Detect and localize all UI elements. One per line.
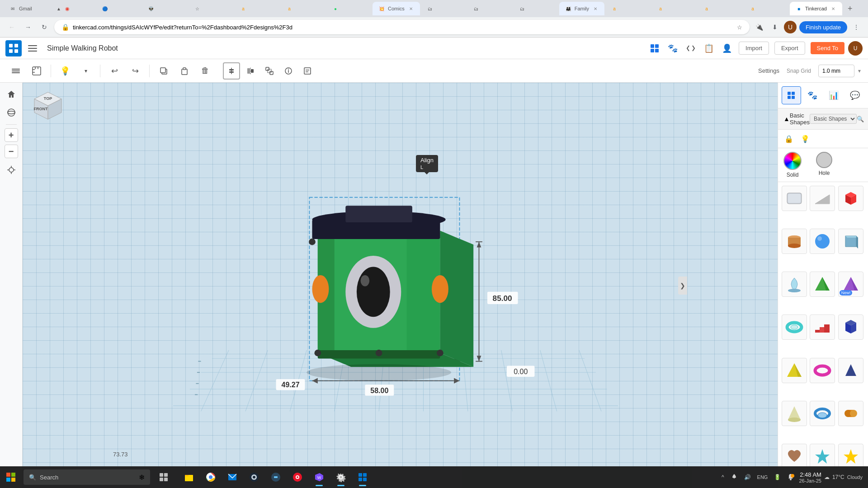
shape-cube-red[interactable] [838, 186, 863, 211]
panel-collapse-arrow[interactable]: ❯ [678, 277, 687, 295]
handle-br[interactable] [437, 350, 443, 357]
rule-tool[interactable] [28, 62, 45, 80]
shape-staircase[interactable] [810, 314, 835, 340]
shape-pyramid-purple[interactable]: New! [838, 272, 863, 297]
shape-torus-blue[interactable] [810, 401, 835, 426]
shape-star[interactable] [810, 444, 835, 469]
shape-cone[interactable] [782, 401, 807, 426]
taskbar-explorer[interactable] [179, 467, 199, 487]
back-button[interactable]: ← [5, 21, 18, 33]
taskbar-game1[interactable] [266, 467, 286, 487]
clipboard-button[interactable]: 📋 [701, 40, 717, 56]
shape-star-yellow[interactable] [838, 444, 863, 469]
shape-prism2[interactable] [838, 358, 863, 383]
forward-button[interactable]: → [22, 21, 34, 33]
downloads-button[interactable]: ⬇ [769, 21, 781, 33]
panel-nav-grid[interactable] [782, 86, 801, 104]
panel-nav-chat[interactable]: 💬 [845, 86, 864, 104]
shape-paraboloid[interactable] [782, 272, 807, 297]
export-button[interactable]: Export [774, 42, 805, 55]
tab-drive[interactable]: ▲ ◉ [50, 2, 95, 15]
tab-family[interactable]: 👨‍👩‍👧 Family ✕ [559, 2, 604, 15]
panel-nav-chart[interactable]: 📊 [824, 86, 844, 104]
tab-reddit[interactable]: 👽 [142, 2, 187, 15]
shape-triangle-yellow[interactable] [782, 358, 807, 383]
shape-pyramid-green[interactable] [810, 272, 835, 297]
shape-capsule-orange[interactable] [838, 401, 863, 426]
undo-button[interactable]: ↩ [106, 62, 123, 80]
tab-tinkercad[interactable]: ■ Tinkercad ✕ [790, 2, 842, 15]
light-dropdown[interactable]: ▾ [77, 62, 94, 80]
tab-all2[interactable]: 🗂 [467, 2, 512, 15]
hole-button[interactable]: Hole [816, 152, 832, 178]
taskbar-steam[interactable] [244, 467, 264, 487]
shapes-collapse-icon[interactable]: ▲ [783, 115, 790, 122]
inspector-button[interactable] [280, 62, 297, 80]
taskbar-tinkercad[interactable] [353, 467, 373, 487]
grid-view-button[interactable] [646, 40, 663, 56]
show-hidden-icons[interactable]: ^ [720, 473, 726, 481]
shape-sphere[interactable] [810, 229, 835, 254]
home-view-button[interactable] [3, 86, 19, 103]
sendto-button[interactable]: Send To [811, 42, 844, 54]
taskbar-mail[interactable] [222, 467, 242, 487]
shape-box-dark-blue[interactable] [838, 314, 863, 340]
snap-grid-dropdown[interactable]: ▾ [858, 68, 861, 74]
tab-amazon2[interactable]: a [280, 2, 326, 15]
redo-button[interactable]: ↪ [127, 62, 144, 80]
panel-nav-paw[interactable]: 🐾 [803, 86, 822, 104]
shape-heart[interactable] [782, 444, 807, 469]
taskbar-music[interactable] [288, 467, 307, 487]
shape-torus-teal[interactable] [782, 314, 807, 340]
start-button[interactable] [0, 466, 22, 488]
address-bar[interactable]: 🔒 ☆ [54, 20, 750, 34]
zoom-out-button[interactable]: − [5, 145, 18, 158]
note-button[interactable] [299, 62, 316, 80]
taskbar-chrome[interactable] [201, 467, 221, 487]
taskbar-settings[interactable] [331, 467, 351, 487]
group-button[interactable] [261, 62, 278, 80]
tab-amazon3[interactable]: a [605, 2, 651, 15]
orbit-button[interactable] [3, 104, 19, 121]
panel-toprow-light[interactable]: 💡 [798, 131, 812, 146]
code-view-button[interactable] [683, 40, 699, 56]
tab-comics[interactable]: 💥 Comics ✕ [373, 2, 420, 15]
tab-comics-close[interactable]: ✕ [407, 5, 415, 12]
volume-icon[interactable]: 🔊 [742, 473, 753, 481]
align-button[interactable] [223, 62, 240, 80]
network-icon[interactable] [729, 472, 740, 483]
delete-button[interactable]: 🗑 [197, 62, 214, 80]
task-view-button[interactable] [154, 467, 174, 487]
address-input[interactable] [73, 24, 733, 31]
notification-bell[interactable] [785, 472, 796, 483]
menu-button[interactable]: ⋮ [850, 21, 863, 33]
tab-newtab1[interactable]: ☆ [188, 2, 233, 15]
fit-view-button[interactable] [3, 162, 19, 178]
tab-all1[interactable]: 🗂 [421, 2, 466, 15]
shapes-dropdown[interactable]: Basic Shapes Letters Math [810, 114, 857, 124]
person-button[interactable]: 👤 [719, 40, 735, 56]
tab-all3[interactable]: 🗂 [513, 2, 558, 15]
tab-amazon6[interactable]: a [744, 2, 789, 15]
tab-chrome[interactable]: 🔵 [96, 2, 141, 15]
weather-area[interactable]: ☁ 17°C Cloudy [824, 474, 863, 480]
light-bulb-tool[interactable]: 💡 [57, 62, 74, 80]
shape-prism-blue[interactable] [838, 229, 863, 254]
handle-bm[interactable] [376, 350, 382, 357]
finish-update-button[interactable]: Finish update [799, 21, 847, 33]
tab-gmail[interactable]: ✉ Gmail [4, 2, 49, 15]
copy-button[interactable] [155, 62, 172, 80]
panel-toprow-solid[interactable]: 🔒 [782, 131, 796, 146]
flip-button[interactable] [242, 62, 259, 80]
extensions-button[interactable]: 🔌 [753, 21, 766, 33]
handle-bl[interactable] [314, 350, 321, 357]
paw-view-button[interactable]: 🐾 [665, 40, 681, 56]
taskbar-vs[interactable]: W [309, 467, 329, 487]
tab-tinkercad-close[interactable]: ✕ [830, 5, 837, 12]
shape-cylinder[interactable] [782, 229, 807, 254]
shapes-search-button[interactable]: 🔍 [857, 113, 864, 124]
tab-whatsapp[interactable]: ● [326, 2, 372, 15]
tab-amazon4[interactable]: a [651, 2, 697, 15]
user-profile-button[interactable]: U [784, 21, 797, 33]
handle-top-left[interactable] [309, 239, 316, 245]
